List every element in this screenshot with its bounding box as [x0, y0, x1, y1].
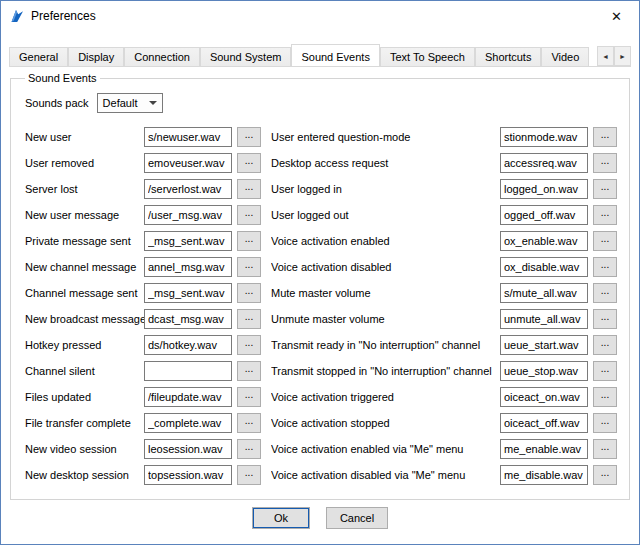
browse-button[interactable]: ... — [593, 257, 617, 277]
browse-button[interactable]: ... — [593, 387, 617, 407]
browse-button[interactable]: ... — [237, 179, 261, 199]
tab-sound-events[interactable]: Sound Events — [291, 44, 380, 67]
browse-button[interactable]: ... — [593, 465, 617, 485]
sound-event-row: Unmute master volume... — [271, 306, 617, 332]
sounds-pack-row: Sounds pack Default — [25, 93, 617, 113]
sound-event-label: Hotkey pressed — [25, 339, 144, 351]
browse-button[interactable]: ... — [237, 257, 261, 277]
sound-file-input[interactable] — [144, 205, 232, 225]
tab-connection[interactable]: Connection — [124, 47, 200, 66]
sound-event-label: User logged out — [271, 209, 500, 221]
sound-file-input[interactable] — [500, 465, 588, 485]
sound-file-input[interactable] — [144, 439, 232, 459]
browse-button[interactable]: ... — [593, 179, 617, 199]
sound-event-row: Channel silent... — [25, 358, 261, 384]
sound-event-label: Transmit stopped in "No interruption" ch… — [271, 365, 500, 377]
tab-general[interactable]: General — [9, 47, 68, 66]
tab-scroll-left-button[interactable]: ◄ — [597, 46, 614, 66]
browse-button[interactable]: ... — [237, 231, 261, 251]
browse-button[interactable]: ... — [237, 413, 261, 433]
sound-event-row: New broadcast message... — [25, 306, 261, 332]
browse-button[interactable]: ... — [593, 231, 617, 251]
browse-button[interactable]: ... — [237, 309, 261, 329]
sound-event-row: Voice activation stopped... — [271, 410, 617, 436]
ok-button[interactable]: Ok — [252, 507, 310, 529]
sound-file-input[interactable] — [144, 413, 232, 433]
browse-button[interactable]: ... — [593, 361, 617, 381]
sound-file-input[interactable] — [144, 153, 232, 173]
tab-scroll-right-button[interactable]: ► — [614, 46, 631, 66]
sound-file-input[interactable] — [500, 231, 588, 251]
sound-event-label: New broadcast message — [25, 313, 144, 325]
sound-file-input[interactable] — [144, 335, 232, 355]
sound-file-input[interactable] — [144, 361, 232, 381]
sound-file-input[interactable] — [500, 413, 588, 433]
sound-event-row: Private message sent... — [25, 228, 261, 254]
sound-events-groupbox: Sound Events Sounds pack Default New use… — [10, 72, 630, 500]
sound-events-columns: New user...User removed...Server lost...… — [25, 124, 617, 488]
sound-event-label: Private message sent — [25, 235, 144, 247]
sound-event-row: Voice activation disabled... — [271, 254, 617, 280]
sound-file-input[interactable] — [144, 231, 232, 251]
sound-file-input[interactable] — [500, 153, 588, 173]
sound-event-label: New channel message — [25, 261, 144, 273]
sounds-pack-select[interactable]: Default — [97, 93, 163, 113]
sound-file-input[interactable] — [500, 283, 588, 303]
browse-button[interactable]: ... — [593, 335, 617, 355]
sound-file-input[interactable] — [144, 283, 232, 303]
sound-event-row: Mute master volume... — [271, 280, 617, 306]
cancel-button[interactable]: Cancel — [326, 507, 388, 529]
sound-events-left-column: New user...User removed...Server lost...… — [25, 124, 261, 488]
browse-button[interactable]: ... — [593, 413, 617, 433]
sound-event-label: New user message — [25, 209, 144, 221]
sound-event-label: User logged in — [271, 183, 500, 195]
sound-file-input[interactable] — [144, 179, 232, 199]
sound-event-row: Voice activation enabled... — [271, 228, 617, 254]
tab-text-to-speech[interactable]: Text To Speech — [380, 47, 475, 66]
browse-button[interactable]: ... — [593, 153, 617, 173]
sound-file-input[interactable] — [500, 387, 588, 407]
tab-sound-system[interactable]: Sound System — [200, 47, 292, 66]
sound-file-input[interactable] — [500, 439, 588, 459]
browse-button[interactable]: ... — [237, 335, 261, 355]
sound-event-label: Transmit ready in "No interruption" chan… — [271, 339, 500, 351]
close-button[interactable]: ✕ — [594, 1, 639, 31]
sound-file-input[interactable] — [144, 465, 232, 485]
sound-event-label: New user — [25, 131, 144, 143]
browse-button[interactable]: ... — [237, 205, 261, 225]
tab-display[interactable]: Display — [68, 47, 124, 66]
sound-event-row: Hotkey pressed... — [25, 332, 261, 358]
browse-button[interactable]: ... — [593, 309, 617, 329]
browse-button[interactable]: ... — [237, 153, 261, 173]
sound-file-input[interactable] — [500, 257, 588, 277]
chevron-down-icon — [149, 101, 157, 105]
sound-event-label: Desktop access request — [271, 157, 500, 169]
sound-file-input[interactable] — [500, 309, 588, 329]
tab-shortcuts[interactable]: Shortcuts — [475, 47, 541, 66]
sound-event-label: New desktop session — [25, 469, 144, 481]
sound-file-input[interactable] — [144, 309, 232, 329]
browse-button[interactable]: ... — [237, 439, 261, 459]
browse-button[interactable]: ... — [237, 387, 261, 407]
sound-event-row: New channel message... — [25, 254, 261, 280]
sound-file-input[interactable] — [144, 257, 232, 277]
sound-file-input[interactable] — [500, 179, 588, 199]
sound-file-input[interactable] — [500, 205, 588, 225]
sound-file-input[interactable] — [144, 127, 232, 147]
sound-file-input[interactable] — [500, 361, 588, 381]
sound-file-input[interactable] — [144, 387, 232, 407]
browse-button[interactable]: ... — [237, 127, 261, 147]
browse-button[interactable]: ... — [237, 465, 261, 485]
browse-button[interactable]: ... — [593, 205, 617, 225]
browse-button[interactable]: ... — [237, 361, 261, 381]
browse-button[interactable]: ... — [593, 439, 617, 459]
sound-event-label: Voice activation stopped — [271, 417, 500, 429]
tab-video[interactable]: Video — [541, 47, 589, 66]
browse-button[interactable]: ... — [593, 127, 617, 147]
browse-button[interactable]: ... — [237, 283, 261, 303]
browse-button[interactable]: ... — [593, 283, 617, 303]
sound-event-label: Channel silent — [25, 365, 144, 377]
sound-file-input[interactable] — [500, 127, 588, 147]
sound-event-label: User entered question-mode — [271, 131, 500, 143]
sound-file-input[interactable] — [500, 335, 588, 355]
